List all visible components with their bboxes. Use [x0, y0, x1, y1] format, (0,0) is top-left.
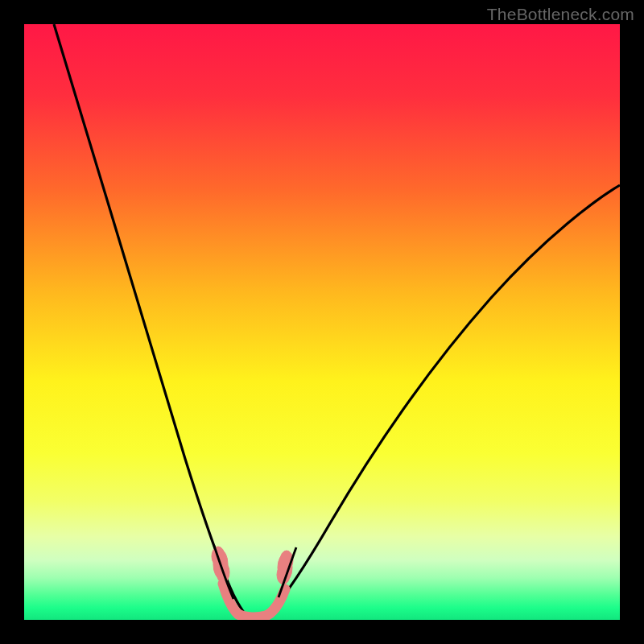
curves-layer — [24, 24, 620, 620]
bottom-u-segment — [223, 584, 285, 617]
plot-area — [24, 24, 620, 620]
watermark-text: TheBottleneck.com — [487, 5, 634, 24]
chart-frame: TheBottleneck.com — [0, 0, 644, 644]
right-curve — [270, 185, 620, 613]
left-curve — [54, 24, 244, 613]
